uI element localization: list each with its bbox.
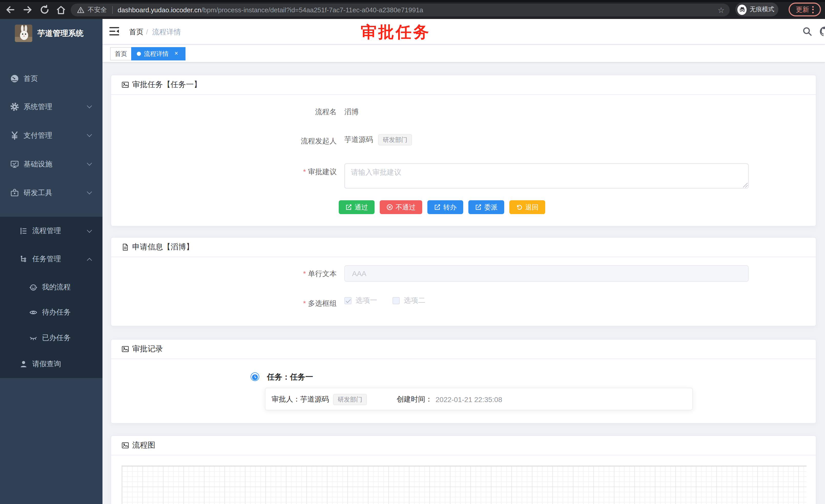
approver-name: 芋道源码 — [300, 395, 329, 404]
button-label: 委派 — [484, 202, 498, 212]
sidebar-collapse-icon[interactable] — [109, 27, 120, 36]
sidebar-item-process-mgmt[interactable]: 流程管理 — [0, 217, 102, 245]
sidebar-item-label: 待办任务 — [42, 308, 71, 317]
approve-actions: 通过 不通过 转办 委派 退回 — [339, 200, 545, 214]
github-icon[interactable] — [820, 27, 825, 36]
sidebar-item-task-mgmt[interactable]: 任务管理 — [0, 245, 102, 273]
approve-task-card-header: 审批任务【任务一】 — [111, 75, 816, 95]
sidebar-item-label: 系统管理 — [23, 102, 52, 111]
card-title: 审批任务【任务一】 — [132, 80, 201, 90]
chevron-down-icon — [87, 228, 92, 233]
dashboard-icon — [10, 74, 19, 83]
browser-back-icon[interactable] — [5, 5, 15, 15]
record-detail-box: 审批人： 芋道源码 研发部门 创建时间： 2022-01-21 22:35:08 — [265, 388, 693, 410]
edit-icon — [434, 204, 441, 211]
tab-close-icon[interactable]: × — [173, 50, 180, 57]
app-title: 芋道管理系统 — [38, 28, 83, 38]
reject-button[interactable]: 不通过 — [380, 200, 422, 214]
sidebar-logo-row[interactable]: 芋道管理系统 — [0, 22, 102, 45]
checkbox-option-2[interactable] — [392, 297, 400, 304]
sidebar-item-label: 研发工具 — [23, 188, 52, 197]
browser-menu-kebab-icon — [812, 6, 814, 13]
url-divider — [112, 6, 112, 14]
sidebar-item-infra[interactable]: 基础设施 — [0, 150, 102, 178]
sidebar-item-done-tasks[interactable]: 已办任务 — [0, 326, 102, 350]
field-label-suggestion: 审批建议 — [204, 167, 336, 177]
transfer-button[interactable]: 转办 — [427, 200, 463, 214]
record-task-title: 任务：任务一 — [267, 372, 313, 382]
sidebar-item-system[interactable]: 系统管理 — [0, 93, 102, 121]
sidebar: 芋道管理系统 首页 系统管理 支付管理 基础设施 — [0, 19, 102, 504]
tab-label: 流程详情 — [144, 50, 169, 58]
image-icon — [122, 441, 129, 449]
textarea-resize-grip[interactable] — [743, 183, 748, 187]
user-icon — [19, 360, 28, 368]
card-title: 申请信息【滔博】 — [132, 242, 194, 252]
sidebar-item-my-process[interactable]: 我的流程 — [0, 275, 102, 300]
search-icon[interactable] — [803, 27, 812, 36]
address-bar[interactable]: 不安全 dashboard.yudao.iocoder.cn/bpm/proce… — [71, 4, 730, 16]
incognito-badge: 无痕模式 — [735, 3, 778, 16]
browser-forward-icon[interactable] — [22, 5, 33, 15]
suggestion-textarea[interactable] — [344, 163, 749, 188]
browser-reload-icon[interactable] — [40, 5, 50, 15]
field-value-process-name: 滔博 — [344, 107, 359, 117]
sidebar-item-home[interactable]: 首页 — [0, 65, 102, 93]
chevron-down-icon — [87, 189, 92, 194]
sidebar-item-label: 流程管理 — [32, 226, 61, 236]
bookmark-star-icon[interactable]: ☆ — [718, 6, 725, 14]
button-label: 退回 — [525, 202, 538, 212]
return-button[interactable]: 退回 — [509, 200, 545, 214]
edit-icon — [475, 204, 482, 211]
checkbox-label: 选项一 — [356, 296, 377, 305]
field-label-process-name: 流程名 — [204, 107, 336, 117]
field-label-initiator: 流程发起人 — [204, 137, 336, 146]
edit-icon — [346, 204, 352, 211]
approver-label: 审批人： — [272, 395, 300, 404]
sidebar-item-payment[interactable]: 支付管理 — [0, 121, 102, 150]
approve-button[interactable]: 通过 — [339, 200, 375, 214]
active-tab-dot — [137, 52, 141, 56]
sidebar-item-label: 我的流程 — [42, 283, 71, 292]
sidebar-item-label: 任务管理 — [32, 255, 61, 264]
delegate-button[interactable]: 委派 — [468, 200, 504, 214]
breadcrumb-home[interactable]: 首页 — [129, 28, 144, 37]
screen: 不安全 dashboard.yudao.iocoder.cn/bpm/proce… — [0, 0, 825, 504]
dept-tag: 研发部门 — [333, 394, 367, 405]
sidebar-item-leave-query[interactable]: 请假查询 — [0, 352, 102, 376]
app-logo — [15, 24, 32, 42]
approval-records-card: 审批记录 任务：任务一 审批人： 芋道源码 研发部门 创建时间： 2022-01… — [111, 339, 816, 424]
tags-view-bar: 首页 流程详情 × — [102, 45, 825, 62]
sidebar-item-label: 基础设施 — [23, 160, 52, 169]
create-time-value: 2022-01-21 22:35:08 — [436, 396, 502, 404]
update-label: 更新 — [796, 5, 809, 14]
sidebar-item-label: 请假查询 — [32, 359, 61, 369]
sidebar-item-label: 支付管理 — [23, 131, 52, 140]
url-host: dashboard.yudao.iocoder.cn — [118, 6, 201, 14]
url-path: /bpm/process-instance/detail?id=54aa251f… — [201, 6, 423, 14]
sidebar-item-devtools[interactable]: 研发工具 — [0, 179, 102, 207]
tab-label: 首页 — [115, 50, 127, 58]
tab-process-detail[interactable]: 流程详情 × — [131, 47, 185, 61]
sidebar-item-todo-tasks[interactable]: 待办任务 — [0, 300, 102, 325]
sidebar-item-label: 首页 — [23, 74, 38, 83]
button-label: 转办 — [443, 202, 457, 212]
monitor-icon — [10, 160, 19, 169]
annotation-approve-task: 审批任务 — [361, 21, 431, 43]
circle-close-icon — [386, 204, 393, 211]
browser-home-icon[interactable] — [56, 5, 66, 15]
tab-home[interactable]: 首页 — [110, 47, 132, 61]
browser-update-menu-button[interactable]: 更新 — [789, 3, 821, 16]
chevron-down-icon — [87, 161, 92, 166]
breadcrumb-separator: / — [146, 28, 148, 36]
single-text-input[interactable] — [344, 265, 749, 282]
approve-task-card: 审批任务【任务一】 流程名 滔博 流程发起人 芋道源码 研发部门 审批建议 通过… — [111, 75, 816, 226]
checkbox-option-1[interactable] — [344, 297, 352, 304]
eye-closed-icon — [29, 334, 38, 342]
chevron-down-icon — [87, 132, 92, 137]
window-top-strip — [0, 0, 825, 2]
bpmn-canvas-grid[interactable] — [122, 466, 807, 504]
workflow-submenu: 流程管理 任务管理 我的流程 待办任务 — [0, 217, 102, 378]
image-icon — [122, 345, 129, 353]
browser-toolbar: 不安全 dashboard.yudao.iocoder.cn/bpm/proce… — [0, 0, 825, 19]
